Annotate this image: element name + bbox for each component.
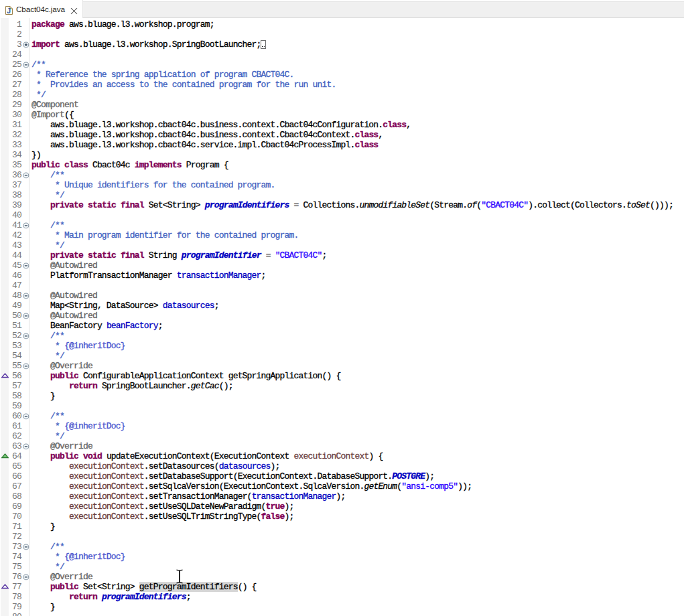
svg-text:J: J <box>7 7 11 15</box>
